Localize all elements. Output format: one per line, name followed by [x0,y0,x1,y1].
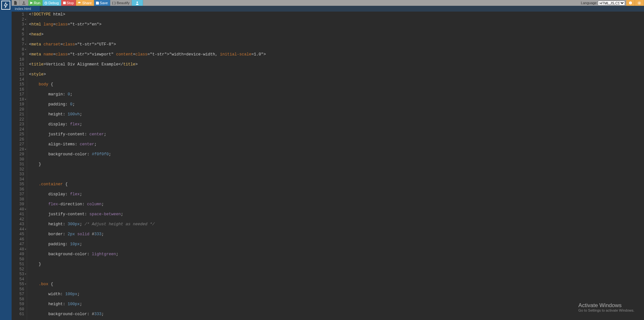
tab-strip: index.html [12,6,644,12]
debug-label: Debug [48,1,59,5]
run-button[interactable]: Run [28,0,43,6]
windows-activation-watermark: Activate Windows Go to Settings to activ… [578,303,634,313]
language-group: Language HTML,JS,CSS [580,0,626,6]
toolbar: Run Debug Stop Share Save { } Beautify [12,0,644,6]
svg-point-2 [137,1,138,3]
svg-line-12 [638,4,639,4]
save-icon [96,2,99,5]
svg-line-10 [638,2,639,2]
file-tab-label: index.html [15,7,31,11]
code-editor[interactable]: 12▾3▾4567▾8▾9101112131415161718▾19202122… [12,12,644,320]
upload-button[interactable] [20,0,28,6]
watermark-subtitle: Go to Settings to activate Windows. [578,308,634,313]
beautify-label: Beautify [117,1,130,5]
new-file-button[interactable] [12,0,20,6]
svg-point-5 [639,2,640,4]
code-content[interactable]: <!DOCTYPE html> <html lang=class="t-str"… [27,12,644,320]
play-icon [30,2,33,4]
file-icon [14,1,17,5]
watermark-title: Activate Windows [578,303,634,308]
user-button[interactable] [132,0,143,6]
debug-button[interactable]: Debug [43,0,61,6]
debug-icon [44,2,47,5]
svg-text:i: i [630,2,631,5]
braces-icon: { } [112,1,116,5]
language-label: Language [581,1,597,5]
info-icon: i [629,1,632,5]
upload-icon [22,1,26,5]
run-label: Run [34,1,40,5]
file-tab-index[interactable]: index.html [12,6,40,12]
svg-rect-1 [63,2,66,4]
svg-line-11 [640,4,640,4]
share-button[interactable]: Share [76,0,94,6]
settings-button[interactable] [635,0,644,6]
stop-icon [63,2,66,4]
line-number-gutter: 12▾3▾4567▾8▾9101112131415161718▾19202122… [12,12,27,320]
save-label: Save [100,1,108,5]
stop-label: Stop [67,1,74,5]
share-label: Share [82,1,91,5]
share-icon [78,2,81,5]
stop-button[interactable]: Stop [61,0,76,6]
app-logo [1,1,10,10]
beautify-button[interactable]: { } Beautify [110,0,132,6]
left-sidebar [0,0,12,320]
svg-line-13 [640,2,640,2]
user-icon [136,1,139,5]
gear-icon [638,1,641,5]
language-select[interactable]: HTML,JS,CSS [598,1,625,5]
help-button[interactable]: i [626,0,635,6]
save-button[interactable]: Save [94,0,110,6]
